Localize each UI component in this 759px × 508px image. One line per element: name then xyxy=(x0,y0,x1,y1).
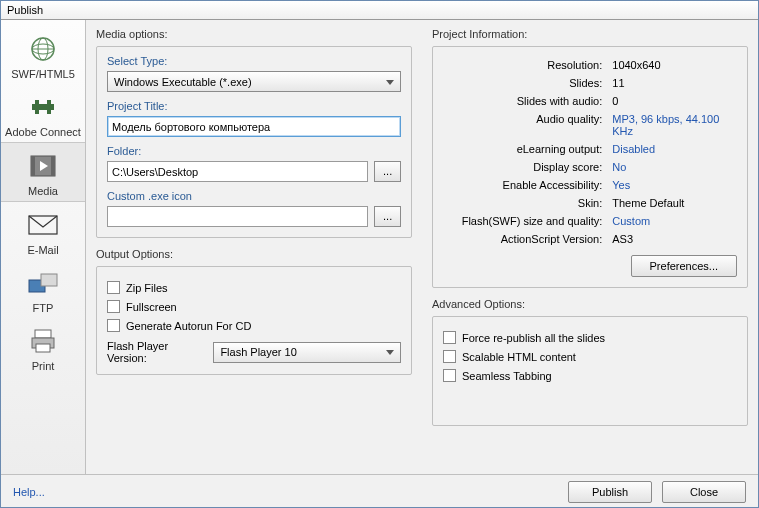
sidebar: SWF/HTML5 Adobe Connect Media E-Mail FTP xyxy=(1,20,86,474)
sidebar-item-print[interactable]: Print xyxy=(1,318,85,376)
force-republish-checkbox[interactable] xyxy=(443,331,456,344)
output-options-header: Output Options: xyxy=(96,248,412,260)
seamless-checkbox[interactable] xyxy=(443,369,456,382)
svg-rect-13 xyxy=(41,274,57,286)
icon-browse-button[interactable]: ... xyxy=(374,206,401,227)
help-link[interactable]: Help... xyxy=(13,486,45,498)
svg-rect-9 xyxy=(51,156,55,176)
flash-version-dropdown[interactable]: Flash Player 10 xyxy=(213,342,401,363)
autorun-label: Generate Autorun For CD xyxy=(126,320,251,332)
icon-input[interactable] xyxy=(107,206,368,227)
score-label: Display score: xyxy=(445,159,606,175)
skin-value: Theme Default xyxy=(608,195,735,211)
close-button[interactable]: Close xyxy=(662,481,746,503)
resolution-label: Resolution: xyxy=(445,57,606,73)
sidebar-label-connect: Adobe Connect xyxy=(1,126,85,138)
audio-value[interactable]: MP3, 96 kbps, 44.100 KHz xyxy=(608,111,735,139)
ftp-icon xyxy=(26,266,60,300)
svg-rect-5 xyxy=(35,100,39,114)
force-republish-label: Force re-publish all the slides xyxy=(462,332,605,344)
sidebar-label-ftp: FTP xyxy=(1,302,85,314)
slides-audio-label: Slides with audio: xyxy=(445,93,606,109)
publish-button[interactable]: Publish xyxy=(568,481,652,503)
project-info-header: Project Information: xyxy=(432,28,748,40)
fullscreen-label: Fullscreen xyxy=(126,301,177,313)
media-options-header: Media options: xyxy=(96,28,412,40)
scalable-label: Scalable HTML content xyxy=(462,351,576,363)
sidebar-item-connect[interactable]: Adobe Connect xyxy=(1,84,85,142)
zip-checkbox[interactable] xyxy=(107,281,120,294)
slides-audio-value: 0 xyxy=(608,93,735,109)
resolution-value: 1040x640 xyxy=(608,57,735,73)
slides-label: Slides: xyxy=(445,75,606,91)
project-info-fieldset: Resolution:1040x640 Slides:11 Slides wit… xyxy=(432,46,748,288)
autorun-checkbox[interactable] xyxy=(107,319,120,332)
svg-rect-6 xyxy=(47,100,51,114)
sidebar-item-media[interactable]: Media xyxy=(1,142,85,202)
select-type-dropdown[interactable]: Windows Executable (*.exe) xyxy=(107,71,401,92)
sidebar-item-email[interactable]: E-Mail xyxy=(1,202,85,260)
scalable-checkbox[interactable] xyxy=(443,350,456,363)
score-value[interactable]: No xyxy=(608,159,735,175)
advanced-fieldset: Force re-publish all the slides Scalable… xyxy=(432,316,748,426)
mail-icon xyxy=(26,208,60,242)
folder-input[interactable] xyxy=(107,161,368,182)
flash-version-label: Flash Player Version: xyxy=(107,340,203,364)
flashsize-value[interactable]: Custom xyxy=(608,213,735,229)
seamless-label: Seamless Tabbing xyxy=(462,370,552,382)
fullscreen-checkbox[interactable] xyxy=(107,300,120,313)
sidebar-label-media: Media xyxy=(1,185,85,197)
folder-label: Folder: xyxy=(107,145,401,157)
sidebar-label-print: Print xyxy=(1,360,85,372)
as-value: AS3 xyxy=(608,231,735,247)
slides-value: 11 xyxy=(608,75,735,91)
zip-label: Zip Files xyxy=(126,282,168,294)
select-type-value: Windows Executable (*.exe) xyxy=(114,76,252,88)
skin-label: Skin: xyxy=(445,195,606,211)
project-title-label: Project Title: xyxy=(107,100,401,112)
output-fieldset: Zip Files Fullscreen Generate Autorun Fo… xyxy=(96,266,412,375)
icon-label: Custom .exe icon xyxy=(107,190,401,202)
folder-browse-button[interactable]: ... xyxy=(374,161,401,182)
access-value[interactable]: Yes xyxy=(608,177,735,193)
media-icon xyxy=(26,149,60,183)
access-label: Enable Accessibility: xyxy=(445,177,606,193)
project-info-table: Resolution:1040x640 Slides:11 Slides wit… xyxy=(443,55,737,249)
sidebar-label-swf: SWF/HTML5 xyxy=(1,68,85,80)
connect-icon xyxy=(26,90,60,124)
audio-label: Audio quality: xyxy=(445,111,606,139)
sidebar-item-swf[interactable]: SWF/HTML5 xyxy=(1,26,85,84)
project-title-input[interactable] xyxy=(107,116,401,137)
svg-rect-14 xyxy=(35,330,51,338)
window-title: Publish xyxy=(1,1,758,20)
elearn-label: eLearning output: xyxy=(445,141,606,157)
media-fieldset: Select Type: Windows Executable (*.exe) … xyxy=(96,46,412,238)
globe-icon xyxy=(26,32,60,66)
sidebar-label-email: E-Mail xyxy=(1,244,85,256)
sidebar-item-ftp[interactable]: FTP xyxy=(1,260,85,318)
flashsize-label: Flash(SWF) size and quality: xyxy=(445,213,606,229)
svg-rect-8 xyxy=(31,156,35,176)
elearn-value[interactable]: Disabled xyxy=(608,141,735,157)
print-icon xyxy=(26,324,60,358)
advanced-header: Advanced Options: xyxy=(432,298,748,310)
preferences-button[interactable]: Preferences... xyxy=(631,255,737,277)
flash-version-value: Flash Player 10 xyxy=(220,346,296,358)
as-label: ActionScript Version: xyxy=(445,231,606,247)
select-type-label: Select Type: xyxy=(107,55,401,67)
svg-rect-16 xyxy=(36,344,50,352)
